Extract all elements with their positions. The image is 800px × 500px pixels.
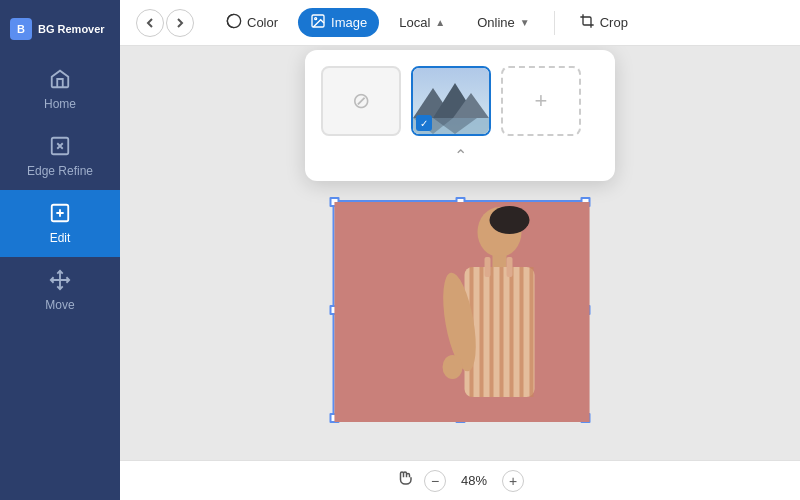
svg-rect-18 (480, 267, 484, 397)
sidebar: B BG Remover Home Edge Refine Ed (0, 0, 120, 500)
image-icon (310, 13, 326, 32)
edge-refine-icon (49, 135, 71, 160)
image-button[interactable]: Image (298, 8, 379, 37)
svg-rect-25 (507, 257, 513, 277)
hand-tool-button[interactable] (396, 469, 414, 492)
sidebar-item-edit[interactable]: Edit (0, 190, 120, 257)
svg-point-4 (315, 18, 317, 20)
toolbar-divider (554, 11, 555, 35)
color-button[interactable]: Color (214, 8, 290, 37)
sidebar-item-move-label: Move (45, 298, 74, 312)
svg-point-14 (490, 206, 530, 234)
nav-buttons (136, 9, 194, 37)
crop-box[interactable] (333, 200, 588, 420)
local-button[interactable]: Local ▲ (387, 10, 457, 35)
image-label: Image (331, 15, 367, 30)
no-image-slot[interactable]: ⊘ (321, 66, 401, 136)
main-area: Color Image Local ▲ Online ▼ (120, 0, 800, 500)
zoom-in-button[interactable]: + (502, 470, 524, 492)
edit-icon (49, 202, 71, 227)
zoom-controls: − 48% + (396, 469, 524, 492)
crop-button[interactable]: Crop (567, 8, 640, 37)
sidebar-item-edge-refine[interactable]: Edge Refine (0, 123, 120, 190)
add-icon: + (535, 88, 548, 114)
sidebar-item-home[interactable]: Home (0, 56, 120, 123)
svg-rect-19 (490, 267, 494, 397)
svg-rect-23 (530, 267, 534, 397)
crop-icon (579, 13, 595, 32)
local-arrow-icon: ▲ (435, 17, 445, 28)
bottom-bar: − 48% + (120, 460, 800, 500)
svg-rect-24 (485, 257, 491, 277)
image-panel: ⊘ (305, 50, 615, 181)
selected-image-thumb[interactable]: ✓ (411, 66, 491, 136)
no-image-icon: ⊘ (352, 88, 370, 114)
home-icon (49, 68, 71, 93)
zoom-out-button[interactable]: − (424, 470, 446, 492)
back-button[interactable] (136, 9, 164, 37)
logo-text: BG Remover (38, 23, 105, 35)
svg-rect-21 (510, 267, 514, 397)
toolbar: Color Image Local ▲ Online ▼ (120, 0, 800, 46)
crop-label: Crop (600, 15, 628, 30)
sidebar-item-edit-label: Edit (50, 231, 71, 245)
selected-check: ✓ (416, 115, 432, 131)
color-icon (226, 13, 242, 32)
image-grid: ⊘ (321, 66, 599, 136)
zoom-in-icon: + (509, 474, 517, 488)
logo-icon: B (10, 18, 32, 40)
color-label: Color (247, 15, 278, 30)
online-arrow-icon: ▼ (520, 17, 530, 28)
forward-button[interactable] (166, 9, 194, 37)
person-image (335, 202, 590, 422)
sidebar-item-move[interactable]: Move (0, 257, 120, 324)
app-logo: B BG Remover (0, 10, 120, 48)
online-button[interactable]: Online ▼ (465, 10, 541, 35)
sidebar-item-edge-refine-label: Edge Refine (27, 164, 93, 178)
move-icon (49, 269, 71, 294)
person-container (333, 200, 588, 420)
sidebar-item-home-label: Home (44, 97, 76, 111)
add-image-button[interactable]: + (501, 66, 581, 136)
panel-collapse-button[interactable]: ⌃ (321, 146, 599, 165)
canvas-area[interactable]: ⊘ (120, 46, 800, 460)
online-label: Online (477, 15, 515, 30)
svg-rect-22 (520, 267, 524, 397)
local-label: Local (399, 15, 430, 30)
svg-point-27 (443, 355, 463, 379)
svg-rect-20 (500, 267, 504, 397)
zoom-out-icon: − (431, 474, 439, 488)
zoom-value: 48% (456, 473, 492, 488)
